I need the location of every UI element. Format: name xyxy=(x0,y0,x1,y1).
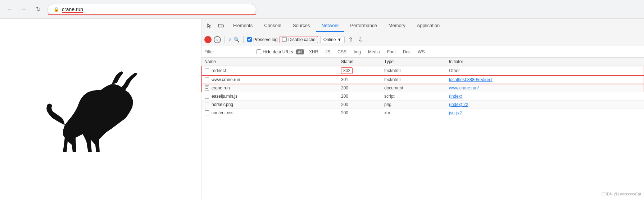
initiator-cell: www.crane.run/ xyxy=(449,85,641,90)
initiator-cell: jsu.js:2 xyxy=(449,110,641,115)
filter-css[interactable]: CSS xyxy=(335,49,349,55)
tab-memory[interactable]: Memory xyxy=(383,20,411,32)
initiator-cell: (index):22 xyxy=(449,102,641,107)
device-toggle-button[interactable] xyxy=(216,21,226,31)
lock-icon: 🔒 xyxy=(54,7,59,12)
preserve-log-label[interactable]: Preserve log xyxy=(247,37,277,42)
online-select[interactable]: Online ▼ xyxy=(320,36,345,43)
initiator-cell: Other xyxy=(449,68,641,73)
type-cell: document xyxy=(384,85,449,90)
tab-performance[interactable]: Performance xyxy=(344,20,382,32)
filter-doc[interactable]: Doc xyxy=(401,49,413,55)
initiator-cell: (index) xyxy=(449,94,641,99)
name-cell: content.css xyxy=(204,110,341,115)
disable-cache-label[interactable]: Disable cache xyxy=(282,37,315,42)
initiator-link[interactable]: www.crane.run/ xyxy=(449,85,479,90)
inspect-element-button[interactable] xyxy=(204,21,214,31)
devtools-top-toolbar: Elements Console Sources Network Perform… xyxy=(201,19,644,33)
initiator-link[interactable]: jsu.js:2 xyxy=(449,110,462,115)
record-button[interactable] xyxy=(204,36,212,43)
reload-button[interactable]: ↻ xyxy=(33,4,43,14)
export-button[interactable]: ⇩ xyxy=(357,35,364,44)
status-cell: 302 xyxy=(341,67,384,74)
type-cell: text/html xyxy=(384,68,449,73)
hide-data-urls-text: Hide data URLs xyxy=(263,49,293,54)
filter-icon[interactable]: ▿ xyxy=(228,36,231,43)
status-cell: 200 xyxy=(341,94,384,99)
status-cell: 200 xyxy=(341,85,384,90)
col-name[interactable]: Name xyxy=(204,59,341,64)
preserve-log-text: Preserve log xyxy=(253,37,277,42)
type-cell: png xyxy=(384,102,449,107)
network-toolbar: ○ ▿ 🔍 Preserve log Disable cache Online … xyxy=(201,33,644,46)
row-name: redirect xyxy=(212,68,226,73)
table-row[interactable]: horse2.png 200 png (index):22 xyxy=(201,101,644,109)
all-badge[interactable]: All xyxy=(296,49,304,54)
filter-bar: Hide data URLs All XHR JS CSS Img Media … xyxy=(201,46,644,58)
file-icon xyxy=(204,68,209,73)
initiator-link[interactable]: localhost:8880/redirect xyxy=(449,77,493,82)
row-name: www.crane.run xyxy=(212,77,240,82)
tab-bar: Elements Console Sources Network Perform… xyxy=(227,20,641,32)
table-row[interactable]: www.crane.run 301 text/html localhost:88… xyxy=(201,76,644,84)
table-row[interactable]: crane.run 200 document www.crane.run/ xyxy=(201,84,644,92)
address-bar[interactable]: 🔒 crane.run xyxy=(47,4,256,15)
filter-xhr[interactable]: XHR xyxy=(307,49,320,55)
hide-data-urls-label[interactable]: Hide data URLs xyxy=(257,49,293,54)
filter-js[interactable]: JS xyxy=(323,49,332,55)
name-cell: www.crane.run xyxy=(204,77,341,82)
col-type[interactable]: Type xyxy=(384,59,449,64)
file-icon xyxy=(204,94,209,99)
col-initiator[interactable]: Initiator xyxy=(449,59,641,64)
search-icon[interactable]: 🔍 xyxy=(233,37,240,43)
tab-elements[interactable]: Elements xyxy=(227,20,258,32)
divider2 xyxy=(243,36,244,43)
import-button[interactable]: ⇧ xyxy=(347,35,354,44)
disable-cache-wrapper: Disable cache xyxy=(280,36,318,43)
tab-sources[interactable]: Sources xyxy=(287,20,316,32)
row-name: easeljs.min.js xyxy=(212,94,237,99)
filter-img[interactable]: Img xyxy=(352,49,363,55)
disable-cache-checkbox[interactable] xyxy=(282,37,287,42)
type-cell: text/html xyxy=(384,77,449,82)
row-name: crane.run xyxy=(212,85,230,90)
col-status[interactable]: Status xyxy=(341,59,384,64)
file-icon xyxy=(204,110,209,115)
row-name: content.css xyxy=(212,110,233,115)
initiator-link[interactable]: (index) xyxy=(449,94,462,99)
disable-cache-text: Disable cache xyxy=(288,37,315,42)
filter-media[interactable]: Media xyxy=(366,49,382,55)
table-row[interactable]: redirect 302 text/html Other xyxy=(201,66,644,76)
chevron-down-icon: ▼ xyxy=(337,37,341,42)
table-row[interactable]: content.css 200 xhr jsu.js:2 xyxy=(201,109,644,117)
network-table: Name Status Type Initiator redirect 302 … xyxy=(201,58,644,199)
filter-divider xyxy=(252,48,252,56)
hide-data-urls-checkbox[interactable] xyxy=(257,49,261,54)
filter-input[interactable] xyxy=(204,49,248,54)
tab-console[interactable]: Console xyxy=(258,20,287,32)
website-preview xyxy=(0,19,201,199)
clear-button[interactable]: ○ xyxy=(214,36,221,43)
table-row[interactable]: easeljs.min.js 200 script (index) xyxy=(201,92,644,101)
name-cell: redirect xyxy=(204,68,341,73)
file-icon xyxy=(204,102,209,107)
tab-application[interactable]: Application xyxy=(411,20,446,32)
file-icon xyxy=(204,77,209,82)
devtools-panel: Elements Console Sources Network Perform… xyxy=(201,19,644,199)
type-cell: xhr xyxy=(384,110,449,115)
tab-network[interactable]: Network xyxy=(316,20,345,32)
forward-button[interactable]: → xyxy=(19,4,29,14)
type-cell: script xyxy=(384,94,449,99)
online-text: Online xyxy=(323,37,336,42)
initiator-link[interactable]: (index):22 xyxy=(449,102,468,107)
row-name: horse2.png xyxy=(212,102,233,107)
status-cell: 200 xyxy=(341,110,384,115)
name-cell: easeljs.min.js xyxy=(204,94,341,99)
name-cell: horse2.png xyxy=(204,102,341,107)
filter-font[interactable]: Font xyxy=(385,49,398,55)
status-cell: 301 xyxy=(341,77,384,82)
filter-ws[interactable]: WS xyxy=(416,49,427,55)
preserve-log-checkbox[interactable] xyxy=(247,37,252,42)
svg-rect-1 xyxy=(222,25,223,27)
back-button[interactable]: ← xyxy=(4,4,14,14)
